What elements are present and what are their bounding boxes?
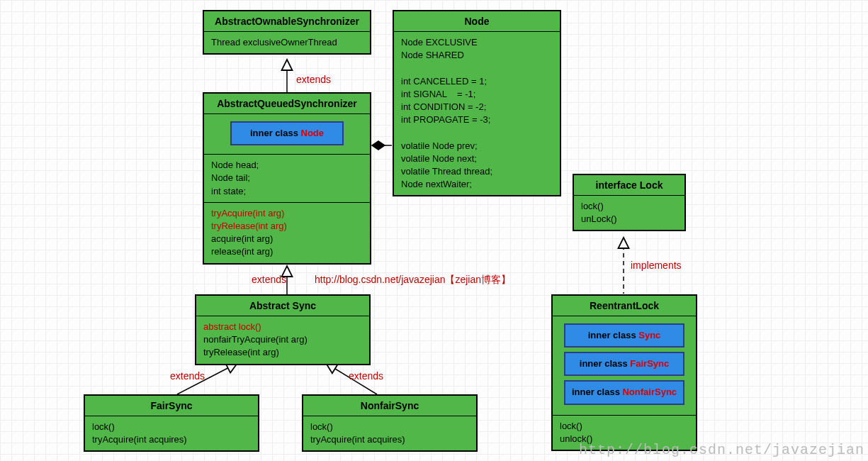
implements-label: implements	[631, 260, 682, 271]
class-fields: Node head; Node tail; int state;	[204, 155, 370, 203]
inner-class-fairsync: inner class FairSync	[564, 352, 684, 376]
class-abstract-ownable-synchronizer: AbstractOwnableSynchronizer Thread exclu…	[203, 10, 371, 55]
class-fields: Thread exclusiveOwnerThread	[204, 32, 370, 53]
class-title: interface Lock	[574, 175, 684, 196]
class-methods: lock() unLock()	[574, 196, 684, 230]
class-abstract-queued-synchronizer: AbstractQueuedSynchronizer inner class N…	[203, 92, 371, 265]
class-title: NonfairSync	[303, 396, 476, 416]
extends-label: extends	[296, 74, 331, 85]
extends-label: extends	[349, 370, 383, 382]
class-title: AbstractQueuedSynchronizer	[204, 94, 370, 114]
class-title: AbstractOwnableSynchronizer	[204, 11, 370, 32]
class-nonfair-sync: NonfairSync lock() tryAcquire(int acquir…	[302, 394, 478, 452]
class-node: Node Node EXCLUSIVE Node SHARED int CANC…	[393, 10, 561, 196]
inner-classes-section: inner class Sync inner class FairSync in…	[553, 316, 696, 416]
interface-lock: interface Lock lock() unLock()	[573, 174, 686, 231]
class-title: FairSync	[85, 396, 258, 416]
class-body: Node EXCLUSIVE Node SHARED int CANCELLED…	[394, 32, 560, 195]
class-title: ReentrantLock	[553, 296, 696, 316]
class-abstract-sync: Abstract Sync abstract lock() nonfairTry…	[195, 294, 371, 365]
inner-class-nonfairsync: inner class NonfairSync	[564, 380, 684, 404]
inner-class-section: inner class Node	[204, 114, 370, 155]
class-reentrant-lock: ReentrantLock inner class Sync inner cla…	[551, 294, 697, 451]
class-methods: lock() tryAcquire(int acquires)	[303, 416, 476, 450]
class-title: Abstract Sync	[196, 296, 369, 316]
inner-class-node: inner class Node	[230, 121, 344, 145]
class-methods: abstract lock() nonfairTryAcquire(int ar…	[196, 316, 369, 364]
class-fair-sync: FairSync lock() tryAcquire(int acquires)	[84, 394, 259, 452]
class-title: Node	[394, 11, 560, 32]
inner-class-sync: inner class Sync	[564, 323, 684, 348]
watermark: http://blog.csdn.net/javazejian	[579, 442, 864, 458]
class-methods: lock() tryAcquire(int acquires)	[85, 416, 258, 450]
class-methods: tryAcquire(int arg) tryRelease(int arg) …	[204, 203, 370, 263]
extends-label: extends	[170, 370, 205, 382]
blog-url-label: http://blog.csdn.net/javazejian【zejian博客…	[315, 274, 511, 287]
extends-label: extends	[252, 274, 286, 285]
